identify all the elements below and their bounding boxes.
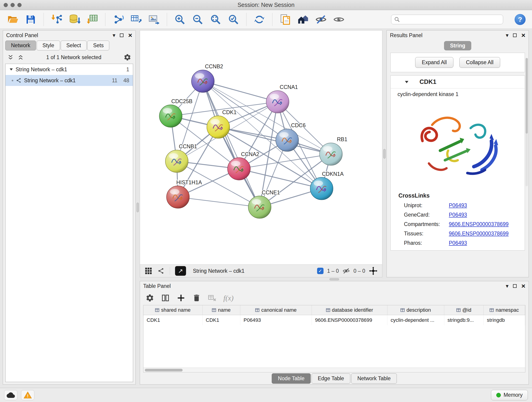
table-row[interactable]: CDK1 CDK1 P06493 9606.ENSP00000378699 cy… <box>143 315 525 325</box>
panel-menu-icon[interactable]: ▾ <box>506 32 508 38</box>
network-node-HIST1H1A[interactable]: HIST1H1A <box>167 179 202 208</box>
float-panel-icon[interactable] <box>513 33 517 37</box>
gear-icon[interactable] <box>146 294 154 302</box>
collapse-all-icon[interactable] <box>7 54 14 61</box>
network-node-CDK1[interactable]: CDK1 <box>207 109 237 138</box>
panel-menu-icon[interactable]: ▾ <box>113 32 115 38</box>
show-details-button[interactable] <box>332 13 345 26</box>
warnings-button[interactable]: ! <box>21 390 34 400</box>
network-graph[interactable]: CCNB2CCNA1CDC25BCDK1CDC6RB1CCNB1CCNA2CDK… <box>140 31 382 264</box>
vertical-splitter[interactable] <box>136 30 140 385</box>
string-tab-badge[interactable]: String <box>444 41 471 51</box>
hide-details-button[interactable] <box>315 13 327 26</box>
network-node-CCNB1[interactable]: CCNB1 <box>165 144 197 172</box>
crosslink-link[interactable]: 9606.ENSP00000378699 <box>449 230 509 237</box>
search-box[interactable] <box>391 15 503 24</box>
zoom-out-button[interactable] <box>191 13 204 26</box>
cell-description[interactable]: cyclin-dependent ... <box>387 315 444 325</box>
help-button[interactable]: ? <box>515 14 526 25</box>
tab-node-table[interactable]: Node Table <box>272 373 311 384</box>
network-edge[interactable] <box>203 81 260 207</box>
save-session-button[interactable] <box>24 13 37 26</box>
close-panel-icon[interactable]: × <box>521 32 525 39</box>
import-network-file-button[interactable] <box>50 13 63 26</box>
network-edge[interactable] <box>178 197 260 207</box>
copy-annotation-button[interactable] <box>279 13 292 26</box>
result-card-header[interactable]: CDK1 <box>391 76 525 89</box>
column-header[interactable]: description <box>387 305 444 315</box>
network-label: String Network – cdk1 <box>24 77 76 84</box>
column-header[interactable]: canonical name <box>240 305 312 315</box>
open-in-window-button[interactable]: ↗ <box>175 266 186 276</box>
expand-all-button[interactable]: Expand All <box>415 57 453 68</box>
clone-network-button[interactable] <box>112 13 125 26</box>
function-builder-button[interactable]: f(x) <box>223 294 234 302</box>
network-canvas[interactable]: CCNB2CCNA1CDC25BCDK1CDC6RB1CCNB1CCNA2CDK… <box>140 30 382 264</box>
network-node-CCNA1[interactable]: CCNA1 <box>266 84 298 113</box>
float-panel-icon[interactable] <box>120 33 123 37</box>
float-panel-icon[interactable] <box>513 284 517 288</box>
memory-button[interactable]: Memory <box>491 390 528 400</box>
close-panel-icon[interactable]: × <box>128 32 132 39</box>
cell-namespace[interactable]: stringdb <box>484 315 525 325</box>
refresh-button[interactable] <box>253 13 266 26</box>
cell-canonical-name[interactable]: P06493 <box>240 315 312 325</box>
cell-shared-name[interactable]: CDK1 <box>143 315 203 325</box>
network-node-RB1[interactable]: RB1 <box>320 137 347 166</box>
splitter-handle[interactable] <box>383 149 386 159</box>
tab-sets[interactable]: Sets <box>87 41 109 51</box>
horizontal-scrollbar[interactable] <box>143 368 525 372</box>
crosslink-link[interactable]: P06493 <box>449 240 467 246</box>
column-header[interactable]: database identifier <box>312 305 387 315</box>
gear-icon[interactable] <box>123 53 131 61</box>
column-header[interactable]: namespac <box>484 305 525 315</box>
zoom-in-button[interactable] <box>173 13 186 26</box>
birdseye-grid-icon[interactable] <box>145 267 152 275</box>
cell-id[interactable]: stringdb:9... <box>444 315 484 325</box>
splitter-handle[interactable] <box>329 278 339 280</box>
tab-style[interactable]: Style <box>37 41 60 51</box>
tab-network-table[interactable]: Network Table <box>351 373 397 384</box>
crosslink-link[interactable]: P06493 <box>449 202 467 209</box>
import-table-button[interactable] <box>86 13 99 26</box>
column-header[interactable]: shared name <box>143 305 203 315</box>
zoom-fit-button[interactable] <box>209 13 222 26</box>
tab-select[interactable]: Select <box>61 41 87 51</box>
panel-menu-icon[interactable]: ▾ <box>506 283 508 289</box>
close-panel-icon[interactable]: × <box>521 283 525 289</box>
column-header[interactable]: @id <box>444 305 484 315</box>
add-column-icon[interactable] <box>177 294 185 302</box>
network-table-export-button[interactable] <box>130 13 143 26</box>
network-row[interactable]: • String Network – cdk1 11 48 <box>6 75 133 86</box>
horizontal-splitter[interactable] <box>140 277 529 281</box>
expand-all-icon[interactable] <box>17 54 24 61</box>
cell-name[interactable]: CDK1 <box>203 315 240 325</box>
delete-icon[interactable] <box>192 294 201 302</box>
crosslink-link[interactable]: 9606.ENSP00000378699 <box>449 221 509 227</box>
zoom-selected-button[interactable] <box>227 13 240 26</box>
move-crosshair-icon[interactable] <box>369 267 378 275</box>
cloud-status-button[interactable] <box>4 390 17 400</box>
scrollbar-thumb[interactable] <box>145 369 183 371</box>
crosslink-link[interactable]: P06493 <box>449 212 467 218</box>
column-header[interactable]: name <box>203 305 240 315</box>
scrollbar-thumb[interactable] <box>526 58 528 134</box>
network-node-CCNB2[interactable]: CCNB2 <box>191 64 223 92</box>
collapse-all-button[interactable]: Collapse All <box>459 57 500 68</box>
selected-checkbox-icon[interactable]: ✓ <box>317 268 323 274</box>
network-collection-row[interactable]: String Network – cdk1 1 <box>6 64 133 75</box>
results-scrollbar[interactable] <box>526 58 528 186</box>
tab-network[interactable]: Network <box>5 41 36 51</box>
import-database-button[interactable] <box>68 13 81 26</box>
network-node-CDC25B[interactable]: CDC25B <box>159 98 192 127</box>
open-session-button[interactable] <box>6 13 19 26</box>
home-button[interactable] <box>297 13 310 26</box>
vertical-splitter-2[interactable] <box>382 30 386 277</box>
cell-database-identifier[interactable]: 9606.ENSP00000378699 <box>312 315 387 325</box>
share-icon[interactable] <box>157 267 165 274</box>
export-image-button[interactable] <box>147 13 160 26</box>
columns-icon[interactable] <box>161 294 170 302</box>
tab-edge-table[interactable]: Edge Table <box>312 373 350 384</box>
splitter-handle[interactable] <box>137 203 139 212</box>
search-input[interactable] <box>402 17 500 22</box>
